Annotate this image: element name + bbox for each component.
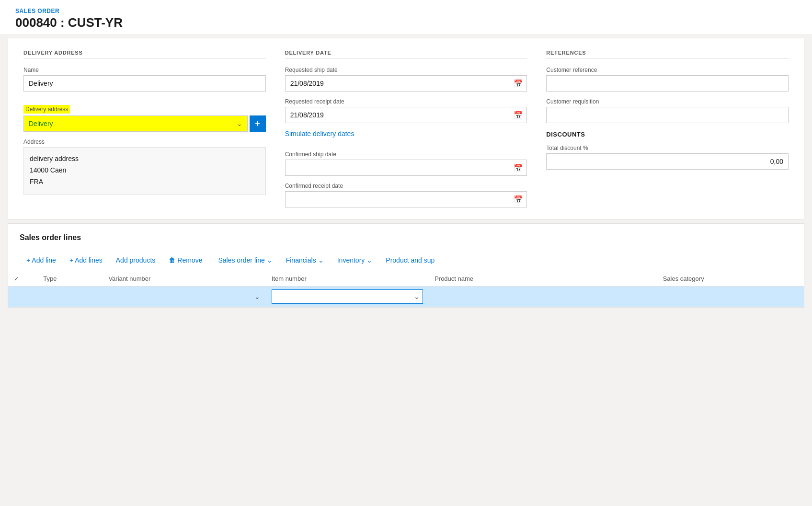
item-col-header: Item number xyxy=(266,271,429,287)
address-label: Address xyxy=(23,138,266,145)
product-col-header: Product name xyxy=(429,271,657,287)
add-lines-label: + Add lines xyxy=(69,256,103,264)
sales-order-line-menu[interactable]: Sales order line ⌄ xyxy=(211,253,279,267)
delivery-date-section-title: DELIVERY DATE xyxy=(285,50,527,59)
address-line1: delivery address xyxy=(30,153,260,165)
item-number-input[interactable] xyxy=(272,288,411,305)
confirmed-ship-date-input[interactable] xyxy=(285,160,527,176)
type-col-header: Type xyxy=(37,271,103,287)
product-name-cell xyxy=(429,287,657,307)
add-products-button[interactable]: Add products xyxy=(109,253,162,267)
discounts-section: DISCOUNTS Total discount % xyxy=(546,131,789,170)
page-title: 000840 : CUST-YR xyxy=(15,15,797,30)
type-cell xyxy=(37,287,103,307)
trash-icon: 🗑 xyxy=(169,256,175,264)
salescategory-col-header: Sales category xyxy=(657,271,804,287)
product-and-sup-label: Product and sup xyxy=(386,256,435,264)
delivery-address-label: Delivery address xyxy=(23,105,70,114)
total-discount-input[interactable] xyxy=(546,153,789,170)
main-form-card: DELIVERY ADDRESS Name Delivery address D… xyxy=(8,38,804,219)
delivery-address-select[interactable]: Delivery ⌄ xyxy=(23,115,248,132)
chevron-down-icon-fin: ⌄ xyxy=(318,256,324,264)
name-label: Name xyxy=(23,67,266,73)
sol-toolbar: + Add line + Add lines Add products 🗑 Re… xyxy=(8,250,804,271)
delivery-address-section-title: DELIVERY ADDRESS xyxy=(23,50,266,59)
customer-requisition-input[interactable] xyxy=(546,107,789,123)
requested-ship-date-input[interactable] xyxy=(285,75,527,92)
add-line-button[interactable]: + Add line xyxy=(20,253,63,267)
inventory-menu[interactable]: Inventory ⌄ xyxy=(331,253,379,267)
confirmed-receipt-date-input[interactable] xyxy=(285,191,527,207)
discounts-section-title: DISCOUNTS xyxy=(546,131,789,138)
delivery-address-section: DELIVERY ADDRESS Name Delivery address D… xyxy=(23,50,266,207)
chevron-down-icon-inv: ⌄ xyxy=(366,256,372,264)
sol-section-title: Sales order lines xyxy=(8,233,804,242)
calendar-icon-3[interactable]: 📅 xyxy=(514,163,523,172)
remove-button[interactable]: 🗑 Remove xyxy=(162,253,209,267)
customer-reference-input[interactable] xyxy=(546,75,789,92)
address-box: delivery address 14000 Caen FRA xyxy=(23,147,266,195)
variant-col-header: Variant number xyxy=(103,271,265,287)
confirmed-ship-label: Confirmed ship date xyxy=(285,151,527,158)
address-line3: FRA xyxy=(30,176,260,188)
chevron-down-icon-sol: ⌄ xyxy=(267,256,273,264)
delivery-address-value: Delivery xyxy=(29,120,53,127)
sales-order-lines-section: Sales order lines + Add line + Add lines… xyxy=(8,223,804,308)
total-discount-label: Total discount % xyxy=(546,145,789,151)
requested-ship-date-wrap: 📅 xyxy=(285,75,527,92)
calendar-icon[interactable]: 📅 xyxy=(514,79,523,88)
toolbar-separator-1 xyxy=(210,255,210,265)
chevron-down-icon: ⌄ xyxy=(237,120,242,127)
financials-label: Financials xyxy=(286,256,316,264)
financials-menu[interactable]: Financials ⌄ xyxy=(279,253,331,267)
add-line-label: + Add line xyxy=(26,256,56,264)
calendar-icon-2[interactable]: 📅 xyxy=(514,111,523,120)
sales-category-cell xyxy=(657,287,804,307)
address-line2: 14000 Caen xyxy=(30,165,260,176)
name-input[interactable] xyxy=(23,75,266,92)
check-cell xyxy=(8,287,37,307)
variant-dropdown[interactable]: ⌄ xyxy=(108,289,260,304)
requested-receipt-label: Requested receipt date xyxy=(285,98,527,105)
chevron-down-icon-variant: ⌄ xyxy=(254,293,260,300)
calendar-icon-4[interactable]: 📅 xyxy=(514,195,523,204)
sol-table: ✓ Type Variant number Item number Produc… xyxy=(8,271,804,307)
add-lines-button[interactable]: + Add lines xyxy=(63,253,109,267)
delivery-address-row: Delivery ⌄ + xyxy=(23,115,266,132)
add-products-label: Add products xyxy=(116,256,156,264)
confirmed-ship-date-wrap: 📅 xyxy=(285,160,527,176)
variant-cell: ⌄ xyxy=(103,287,265,307)
requested-receipt-date-input[interactable] xyxy=(285,107,527,123)
page-header: SALES ORDER 000840 : CUST-YR xyxy=(0,0,812,34)
customer-requisition-label: Customer requisition xyxy=(546,98,789,105)
delivery-date-section: DELIVERY DATE Requested ship date 📅 Requ… xyxy=(285,50,527,207)
confirmed-receipt-label: Confirmed receipt date xyxy=(285,183,527,189)
item-number-input-wrap: ⌄ xyxy=(272,289,423,304)
form-sections: DELIVERY ADDRESS Name Delivery address D… xyxy=(23,50,789,207)
references-section-title: REFERENCES xyxy=(546,50,789,59)
confirmed-receipt-date-wrap: 📅 xyxy=(285,191,527,207)
requested-receipt-date-wrap: 📅 xyxy=(285,107,527,123)
table-row: ⌄ ⌄ xyxy=(8,287,804,307)
references-section: REFERENCES Customer reference Customer r… xyxy=(546,50,789,207)
requested-ship-label: Requested ship date xyxy=(285,67,527,73)
add-delivery-address-button[interactable]: + xyxy=(250,115,266,132)
check-icon: ✓ xyxy=(14,275,19,282)
sales-order-line-label: Sales order line xyxy=(218,256,264,264)
check-col-header: ✓ xyxy=(8,271,37,287)
item-number-cell: ⌄ xyxy=(266,287,429,307)
chevron-down-icon-item[interactable]: ⌄ xyxy=(411,293,423,300)
inventory-label: Inventory xyxy=(337,256,365,264)
breadcrumb: SALES ORDER xyxy=(15,8,797,14)
simulate-delivery-dates-link[interactable]: Simulate delivery dates xyxy=(285,130,355,138)
remove-label: Remove xyxy=(177,256,202,264)
product-and-sup-menu[interactable]: Product and sup xyxy=(379,253,441,267)
customer-reference-label: Customer reference xyxy=(546,67,789,73)
